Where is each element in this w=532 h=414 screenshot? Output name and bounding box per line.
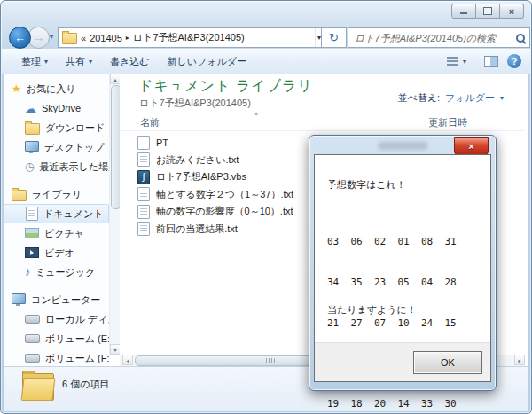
number-row: 21 27 07 10 24 15: [327, 316, 480, 330]
drive-icon: [25, 334, 40, 343]
downloads-folder-icon: [25, 123, 40, 135]
text-file-icon: [137, 152, 150, 167]
scroll-down-icon: ▾: [113, 347, 116, 353]
folder-front: [20, 378, 55, 401]
music-label: ミュージック: [35, 266, 95, 279]
computer-icon: [12, 293, 26, 304]
sort-ascending-icon: ▴: [254, 109, 258, 117]
burn-label: 書き込む: [110, 55, 150, 68]
sidebar-item-recent-places[interactable]: ◷ 最近表示した場所: [4, 157, 109, 176]
sidebar-item-favorites[interactable]: ★ お気に入り: [4, 79, 109, 98]
libraries-label: ライブラリ: [32, 188, 82, 201]
sidebar-item-volume-e[interactable]: ボリューム (E:): [4, 329, 109, 348]
breadcrumb-overflow[interactable]: «: [81, 33, 86, 43]
star-icon: ★: [12, 82, 21, 95]
sidebar-item-volume-f[interactable]: ボリューム (F:): [4, 348, 109, 366]
skydrive-label: SkyDrive: [42, 103, 81, 113]
breadcrumb-parent[interactable]: 201405: [90, 33, 122, 43]
list-view-icon: [447, 57, 458, 66]
volume-f-label: ボリューム (F:): [45, 352, 109, 365]
minimize-icon: [460, 12, 467, 14]
help-icon[interactable]: ?: [507, 54, 521, 68]
organize-label: 整理: [21, 55, 41, 68]
column-header-name[interactable]: 名前: [140, 116, 160, 129]
pictures-icon: [25, 228, 39, 238]
sidebar-item-libraries[interactable]: ライブラリ: [4, 184, 109, 204]
number-row: 19 18 20 14 33 30: [327, 397, 480, 410]
sidebar-item-videos[interactable]: ビデオ: [4, 243, 109, 262]
history-dropdown[interactable]: ▾: [50, 33, 53, 41]
item-count: 6 個の項目: [62, 378, 109, 391]
computer-label: コンピューター: [31, 293, 100, 307]
command-toolbar: 整理 ▾ 共有 ▾ 書き込む 新しいフォルダー ▾ ?: [2, 49, 530, 74]
organize-button[interactable]: 整理 ▾: [12, 51, 57, 72]
maximize-button[interactable]: [476, 4, 500, 19]
sidebar-item-skydrive[interactable]: ☁ SkyDrive: [4, 98, 109, 118]
folder-thumbnail-icon: [22, 373, 54, 401]
column-headers: ▴ 名前 更新日時: [120, 113, 525, 131]
sidebar-item-desktop[interactable]: デスクトップ: [4, 137, 109, 157]
arrange-by-label: 並べ替え:: [397, 91, 440, 105]
dialog-content: 予想数字はこれ！ 03 06 02 01 08 31 34 35 23 05 0…: [314, 154, 491, 382]
sidebar-item-local-disk[interactable]: ローカル ディス: [4, 309, 109, 329]
videos-label: ビデオ: [44, 246, 74, 260]
preview-pane-icon[interactable]: [484, 56, 498, 67]
search-icon: [516, 34, 525, 43]
scroll-right-button[interactable]: ▸: [514, 355, 525, 365]
search-box[interactable]: [348, 27, 530, 48]
sidebar-item-documents[interactable]: ドキュメント: [4, 204, 109, 223]
sidebar-item-downloads[interactable]: ダウンロード: [4, 118, 109, 137]
volume-e-label: ボリューム (E:): [45, 332, 109, 346]
column-header-date[interactable]: 更新日時: [428, 116, 467, 129]
back-button[interactable]: ←: [9, 27, 31, 49]
local-disk-icon: [25, 315, 40, 324]
message-dialog: × 予想数字はこれ！ 03 06 02 01 08 31 34 35 23 05…: [309, 135, 497, 391]
desktop-icon: [25, 141, 39, 152]
scroll-left-button[interactable]: ◂: [122, 355, 133, 365]
chevron-down-icon: ▾: [44, 58, 48, 66]
share-button[interactable]: 共有 ▾: [57, 51, 101, 72]
close-button[interactable]: ×: [500, 4, 524, 19]
file-name: お読みください.txt: [156, 153, 239, 167]
minimize-button[interactable]: [451, 4, 476, 19]
recent-places-icon: ◷: [25, 160, 34, 173]
new-folder-label: 新しいフォルダー: [168, 55, 247, 68]
sidebar-item-pictures[interactable]: ピクチャ: [4, 223, 109, 243]
breadcrumb-current[interactable]: ロト7予想AI&P3(201405): [133, 31, 245, 44]
window-controls: ×: [451, 4, 524, 19]
libraries-section: ライブラリ ドキュメント ピクチャ ビデオ ♪ ミュージック: [4, 184, 109, 282]
documents-icon: [26, 207, 38, 221]
scroll-right-icon: ▸: [518, 357, 520, 363]
refresh-icon: ↻: [329, 31, 339, 44]
back-icon: ←: [14, 31, 26, 44]
search-input[interactable]: [353, 32, 516, 44]
column-separator: [411, 113, 411, 130]
chevron-down-icon: ▾: [463, 58, 466, 66]
documents-label: ドキュメント: [43, 207, 104, 221]
thumb-grip: [266, 358, 275, 363]
maximize-icon: [483, 7, 492, 15]
close-icon: ×: [509, 6, 514, 17]
computer-section: コンピューター ローカル ディス ボリューム (E:) ボリューム (F:): [4, 290, 109, 366]
folder-icon: [62, 33, 77, 44]
drive-icon: [25, 354, 40, 363]
chevron-down-icon: ▾: [500, 94, 504, 102]
burn-button[interactable]: 書き込む: [101, 51, 159, 72]
dialog-close-button[interactable]: ×: [454, 137, 489, 155]
new-folder-button[interactable]: 新しいフォルダー: [159, 51, 256, 72]
refresh-button[interactable]: ↻: [321, 27, 347, 48]
chevron-down-icon: ▾: [89, 58, 92, 66]
ok-button[interactable]: OK: [413, 351, 482, 374]
address-bar[interactable]: « 201405 ▸ ロト7予想AI&P3(201405) ▾: [58, 27, 327, 48]
chevron-right-icon: ▸: [126, 34, 129, 42]
file-name: 前回の当選結果.txt: [156, 223, 238, 236]
sidebar-item-music[interactable]: ♪ ミュージック: [4, 262, 109, 282]
dialog-outro-text: 当たりますように！: [327, 303, 417, 316]
sidebar-item-computer[interactable]: コンピューター: [4, 290, 109, 309]
scroll-up-icon: ▴: [113, 76, 116, 82]
blank-file-icon: [137, 136, 150, 150]
favorites-label: お気に入り: [27, 82, 76, 96]
change-view-button[interactable]: ▾: [438, 53, 475, 69]
arrange-by-control[interactable]: 並べ替え: フォルダー ▾: [397, 91, 504, 105]
arrange-by-value[interactable]: フォルダー: [445, 91, 495, 105]
